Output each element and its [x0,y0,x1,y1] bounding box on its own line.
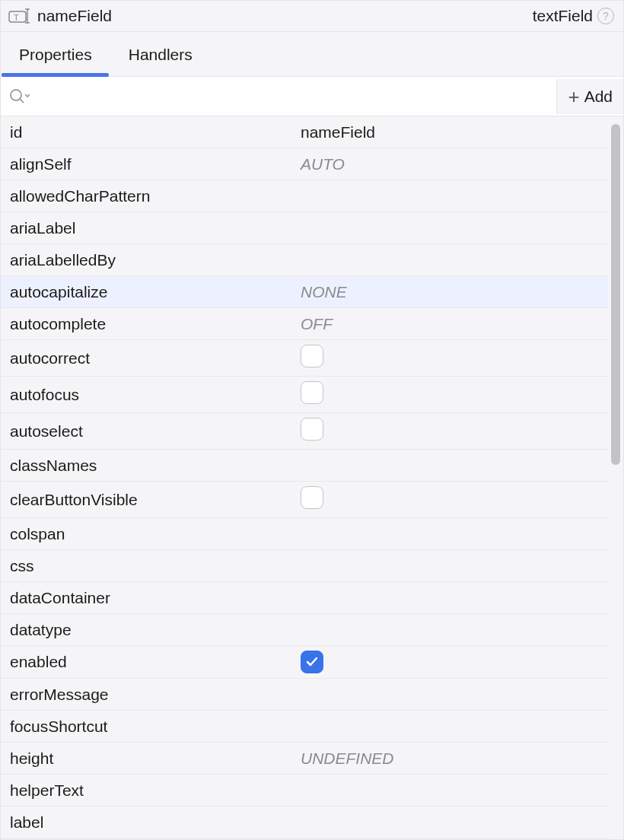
checkbox[interactable] [301,486,323,509]
property-row[interactable]: label [1,807,608,838]
toolbar: + Add [1,77,623,116]
property-row[interactable]: idnameField [1,116,608,148]
property-row[interactable]: clearButtonVisible [1,482,608,518]
scrollbar-track[interactable] [608,116,623,839]
property-value[interactable] [301,625,599,635]
property-row[interactable]: ariaLabel [1,212,608,244]
property-value[interactable] [301,413,599,449]
property-label: autoselect [10,418,301,445]
checkbox[interactable] [301,381,323,404]
property-row[interactable]: css [1,550,608,582]
svg-line-6 [20,99,24,103]
property-row[interactable]: colspan [1,518,608,550]
property-value[interactable]: UNDEFINED [301,745,599,772]
property-label: errorMessage [10,681,301,708]
property-value[interactable]: nameField [301,119,599,146]
property-label: datatype [10,616,301,644]
property-row[interactable]: enabled [1,646,608,679]
property-value[interactable]: AUTO [301,151,599,178]
property-value[interactable] [301,786,599,795]
property-value[interactable] [301,530,599,539]
property-label: helperText [10,777,301,804]
component-name: nameField [37,7,112,25]
add-button-label: Add [584,88,613,106]
property-value[interactable] [301,593,599,603]
property-row[interactable]: ariaLabelledBy [1,244,608,276]
plus-icon: + [568,87,579,107]
property-label: autofocus [10,381,301,409]
header-left: T nameField [8,7,533,25]
property-value[interactable] [301,562,599,571]
property-row[interactable]: heightUNDEFINED [1,743,608,775]
property-row[interactable]: helperText [1,775,608,807]
property-label: allowedCharPattern [10,183,301,210]
component-type: textField [533,7,593,25]
property-label: height [10,745,301,772]
property-label: autocapitalize [10,278,301,306]
property-label: autocorrect [10,345,301,372]
property-label: css [10,552,301,580]
property-value[interactable]: OFF [301,310,599,338]
content: idnameFieldalignSelfAUTOallowedCharPatte… [1,116,623,839]
property-label: dataContainer [10,584,301,612]
property-value[interactable] [301,224,599,233]
svg-point-5 [11,90,21,100]
property-label: colspan [10,520,301,548]
property-value[interactable]: NONE [301,278,599,306]
property-label: ariaLabel [10,215,301,242]
checkbox[interactable] [301,345,323,368]
svg-text:T: T [14,13,19,22]
tabs: Properties Handlers [1,32,623,77]
property-value[interactable] [301,461,599,470]
property-value[interactable] [301,192,599,201]
property-value[interactable] [301,377,599,412]
property-row[interactable]: autofocus [1,377,608,413]
property-label: ariaLabelledBy [10,247,301,274]
property-label: id [10,119,301,146]
textfield-icon: T [8,7,31,25]
property-list: idnameFieldalignSelfAUTOallowedCharPatte… [1,116,608,839]
property-value[interactable] [301,482,599,517]
property-label: enabled [10,648,301,676]
property-label: autocomplete [10,310,301,338]
property-row[interactable]: autoselect [1,413,608,450]
property-row[interactable]: datatype [1,614,608,646]
property-value[interactable] [301,818,599,827]
property-row[interactable]: errorMessage [1,679,608,711]
property-row[interactable]: focusShortcut [1,711,608,743]
checkbox[interactable] [301,651,323,673]
property-value[interactable] [301,340,599,376]
property-label: label [10,809,301,836]
help-icon[interactable]: ? [597,8,614,24]
properties-panel: T nameField textField ? Properties Handl… [0,0,624,840]
search-wrap [1,77,556,116]
property-row[interactable]: dataContainer [1,582,608,614]
panel-header: T nameField textField ? [1,1,623,32]
checkbox[interactable] [301,418,323,441]
property-row[interactable]: alignSelfAUTO [1,148,608,180]
property-label: clearButtonVisible [10,486,301,514]
header-right: textField ? [533,7,614,25]
tab-handlers[interactable]: Handlers [129,32,193,76]
property-row[interactable]: allowedCharPattern [1,180,608,212]
property-value[interactable] [301,722,599,731]
property-row[interactable]: classNames [1,450,608,482]
search-input[interactable] [31,84,549,108]
property-value[interactable] [301,646,599,678]
tab-properties[interactable]: Properties [19,32,92,76]
scrollbar-thumb[interactable] [611,124,620,465]
search-icon[interactable] [8,88,30,105]
property-value[interactable] [301,690,599,699]
property-label: focusShortcut [10,713,301,740]
property-value[interactable] [301,256,599,265]
add-button[interactable]: + Add [556,79,623,114]
property-row[interactable]: autocorrect [1,340,608,377]
property-label: classNames [10,452,301,479]
property-row[interactable]: autocompleteOFF [1,308,608,340]
property-label: alignSelf [10,151,301,178]
property-row[interactable]: autocapitalizeNONE [1,276,608,308]
